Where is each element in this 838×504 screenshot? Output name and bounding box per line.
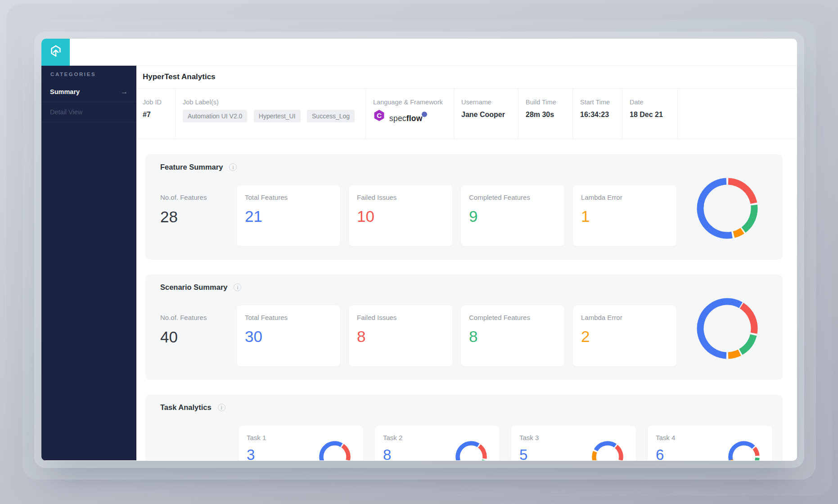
start-time-label: Start Time bbox=[580, 99, 617, 106]
start-time-column: Start Time 16:34:23 bbox=[572, 89, 622, 139]
feature-summary-title: Feature Summary bbox=[160, 163, 223, 171]
completed-features-card: Completed Features 8 bbox=[461, 306, 564, 366]
job-id-column: Job ID #7 bbox=[136, 89, 175, 139]
task-1-card: Task 1 3 bbox=[239, 426, 363, 460]
info-icon[interactable]: i bbox=[229, 163, 237, 171]
specflow-wordmark: specflow bbox=[389, 114, 423, 123]
sidebar-section-label: CATEGORIES bbox=[41, 66, 136, 82]
app-window: CATEGORIES Summary → Detail View HyperTe… bbox=[41, 39, 797, 461]
page-title: HyperTest Analytics bbox=[136, 66, 797, 89]
failed-issues-card: Failed Issues 10 bbox=[349, 185, 452, 246]
task-4-donut-chart bbox=[726, 439, 762, 460]
lambda-error-card: Lambda Error 2 bbox=[573, 306, 676, 366]
job-label-tag: Success_Log bbox=[307, 110, 355, 122]
job-labels-label: Job Label(s) bbox=[183, 99, 361, 106]
task-3-donut-chart bbox=[590, 439, 626, 460]
info-row-spacer bbox=[677, 89, 797, 139]
date-label: Date bbox=[630, 99, 673, 106]
date-column: Date 18 Dec 21 bbox=[622, 89, 677, 139]
hypertest-logo[interactable] bbox=[41, 39, 70, 66]
hypertest-hexagon-icon bbox=[48, 44, 63, 61]
sidebar-item-label: Detail View bbox=[50, 108, 82, 116]
total-features-card: Total Features 21 bbox=[237, 185, 340, 246]
task-analytics-title: Task Analytics bbox=[160, 403, 212, 412]
top-bar-spacer bbox=[70, 39, 797, 66]
sidebar: CATEGORIES Summary → Detail View bbox=[41, 66, 136, 460]
sidebar-item-detail-view[interactable]: Detail View bbox=[41, 102, 136, 122]
lambda-error-card: Lambda Error 1 bbox=[573, 185, 676, 246]
build-time-column: Build Time 28m 30s bbox=[518, 89, 572, 139]
main-content: HyperTest Analytics Job ID #7 Job Label(… bbox=[136, 66, 797, 460]
scenario-summary-panel: Scenario Summary i No.of. Features 40 To… bbox=[145, 274, 783, 380]
sidebar-item-summary[interactable]: Summary → bbox=[41, 82, 136, 102]
feature-summary-panel: Feature Summary i No.of. Features 28 Tot… bbox=[145, 154, 783, 260]
total-features-card: Total Features 30 bbox=[237, 306, 340, 366]
job-id-value: #7 bbox=[143, 111, 171, 119]
job-id-label: Job ID bbox=[143, 99, 171, 106]
task-2-card: Task 2 8 bbox=[375, 426, 500, 460]
info-icon[interactable]: i bbox=[234, 284, 241, 291]
task-1-donut-chart bbox=[317, 439, 353, 460]
username-value: Jane Cooper bbox=[461, 111, 514, 119]
feature-summary-donut-chart bbox=[696, 177, 759, 240]
scenario-summary-title: Scenario Summary bbox=[160, 283, 227, 292]
top-bar bbox=[41, 39, 797, 66]
job-label-tag: Hypertest_UI bbox=[254, 110, 301, 122]
info-icon[interactable]: i bbox=[218, 404, 225, 411]
username-label: Username bbox=[461, 99, 514, 106]
date-value: 18 Dec 21 bbox=[630, 111, 673, 119]
language-framework-column: Language & Framework C specflow bbox=[365, 89, 454, 139]
no-of-features-stat: No.of. Features 40 bbox=[160, 306, 237, 366]
task-analytics-panel: Task Analytics i Task 1 3 Task 2 8 bbox=[145, 395, 783, 460]
build-time-value: 28m 30s bbox=[526, 111, 568, 119]
arrow-right-icon: → bbox=[121, 88, 128, 96]
svg-text:C: C bbox=[377, 112, 382, 119]
task-4-card: Task 4 6 bbox=[648, 426, 772, 460]
language-framework-label: Language & Framework bbox=[373, 99, 449, 106]
task-2-donut-chart bbox=[453, 439, 489, 460]
completed-features-card: Completed Features 9 bbox=[461, 185, 564, 246]
sidebar-item-label: Summary bbox=[50, 88, 80, 95]
start-time-value: 16:34:23 bbox=[580, 111, 617, 119]
build-time-label: Build Time bbox=[526, 99, 568, 106]
no-of-features-stat: No.of. Features 28 bbox=[160, 185, 237, 246]
job-info-row: Job ID #7 Job Label(s) Automation UI V2.… bbox=[136, 89, 797, 139]
specflow-dot-icon bbox=[422, 112, 427, 117]
task-3-card: Task 3 5 bbox=[511, 426, 636, 460]
job-labels-column: Job Label(s) Automation UI V2.0 Hypertes… bbox=[175, 89, 365, 139]
failed-issues-card: Failed Issues 8 bbox=[349, 306, 452, 366]
specflow-logo-icon: C bbox=[373, 109, 385, 123]
username-column: Username Jane Cooper bbox=[454, 89, 518, 139]
scenario-summary-donut-chart bbox=[696, 297, 759, 360]
job-label-tag: Automation UI V2.0 bbox=[183, 110, 247, 122]
